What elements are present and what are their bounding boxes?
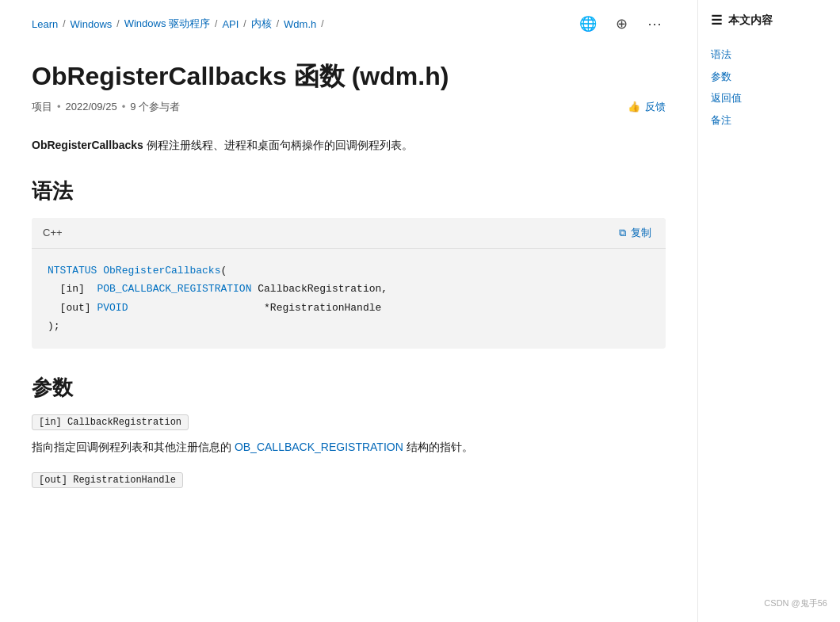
sidebar-header: ☰ 本文内容 (711, 13, 827, 34)
breadcrumb-sep-2: / (116, 18, 119, 29)
params-heading: 参数 (32, 374, 666, 402)
meta-contributors: 9 个参与者 (130, 100, 180, 114)
globe-icon[interactable]: 🌐 (577, 13, 599, 35)
param-item-1: [in] CallbackRegistration 指向指定回调例程列表和其他注… (32, 414, 666, 457)
breadcrumb-sep-3: / (215, 18, 217, 29)
meta-info: 项目 • 2022/09/25 • 9 个参与者 👍 反馈 (32, 100, 666, 117)
breadcrumb-drivers[interactable]: Windows 驱动程序 (124, 17, 210, 31)
meta-type: 项目 (32, 100, 52, 114)
breadcrumb-sep-6: / (321, 18, 323, 29)
copy-button[interactable]: ⧉ 复制 (616, 224, 655, 242)
sidebar: ☰ 本文内容 语法 参数 返回值 备注 (697, 0, 840, 622)
meta-dot-2: • (122, 101, 126, 113)
plus-icon[interactable]: ⊕ (610, 13, 632, 35)
breadcrumb-sep-1: / (63, 18, 65, 29)
param-desc-before-1: 指向指定回调例程列表和其他注册信息的 (32, 441, 235, 453)
breadcrumb-icons: 🌐 ⊕ ⋯ (577, 13, 666, 35)
copy-icon: ⧉ (619, 227, 626, 239)
breadcrumb-learn[interactable]: Learn (32, 18, 58, 30)
breadcrumb-windows[interactable]: Windows (71, 18, 113, 30)
description-bold: ObRegisterCallbacks (32, 139, 143, 151)
code-lang-label: C++ (43, 227, 63, 238)
breadcrumb-kernel[interactable]: 内核 (251, 17, 272, 31)
breadcrumb-wdmh[interactable]: Wdm.h (284, 18, 316, 30)
param-desc-after-1: 结构的指针。 (403, 441, 473, 453)
param-item-2: [out] RegistrationHandle (32, 472, 666, 496)
meta-dot-1: • (57, 101, 61, 113)
description: ObRegisterCallbacks 例程注册线程、进程和桌面句柄操作的回调例… (32, 136, 666, 154)
param-link-1[interactable]: OB_CALLBACK_REGISTRATION (235, 441, 403, 453)
page-title: ObRegisterCallbacks 函数 (wdm.h) (32, 60, 666, 93)
main-content: Learn / Windows / Windows 驱动程序 / API / 内… (0, 0, 697, 622)
breadcrumb: Learn / Windows / Windows 驱动程序 / API / 内… (32, 17, 324, 31)
syntax-heading: 语法 (32, 177, 666, 205)
description-text: 例程注册线程、进程和桌面句柄操作的回调例程列表。 (143, 139, 413, 151)
meta-date: 2022/09/25 (66, 101, 117, 113)
toc-item-remarks[interactable]: 备注 (711, 109, 827, 132)
sidebar-title: 本文内容 (728, 13, 773, 28)
thumbsup-icon: 👍 (628, 101, 640, 113)
meta-left: 项目 • 2022/09/25 • 9 个参与者 (32, 100, 180, 114)
code-block-header: C++ ⧉ 复制 (32, 218, 666, 249)
breadcrumb-sep-5: / (277, 18, 279, 29)
toc-item-retval[interactable]: 返回值 (711, 87, 827, 109)
param-desc-1: 指向指定回调例程列表和其他注册信息的 OB_CALLBACK_REGISTRAT… (32, 438, 666, 457)
toc-item-params[interactable]: 参数 (711, 66, 827, 88)
breadcrumb-api[interactable]: API (222, 18, 239, 30)
more-icon[interactable]: ⋯ (643, 13, 666, 35)
copy-label: 复制 (631, 226, 651, 240)
breadcrumb-bar: Learn / Windows / Windows 驱动程序 / API / 内… (32, 0, 666, 44)
toc-item-syntax[interactable]: 语法 (711, 44, 827, 66)
breadcrumb-sep-4: / (243, 18, 246, 29)
code-block: C++ ⧉ 复制 NTSTATUS ObRegisterCallbacks( [… (32, 218, 666, 349)
param-badge-2: [out] RegistrationHandle (32, 472, 183, 488)
feedback-label: 反馈 (645, 100, 666, 114)
feedback-button[interactable]: 👍 反馈 (628, 100, 666, 114)
param-badge-1: [in] CallbackRegistration (32, 414, 189, 430)
code-content: NTSTATUS ObRegisterCallbacks( [in] POB_C… (32, 249, 666, 349)
toc-list-icon: ☰ (711, 13, 722, 28)
